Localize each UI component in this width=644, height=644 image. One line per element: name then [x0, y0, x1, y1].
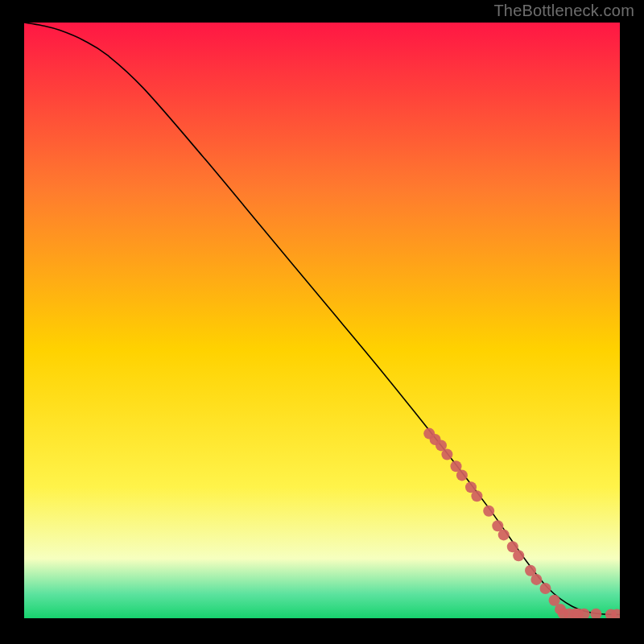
data-marker [540, 583, 551, 594]
data-marker [441, 449, 452, 460]
plot-area [24, 23, 620, 618]
data-marker [456, 469, 468, 481]
chart-svg [24, 23, 620, 618]
chart-frame: TheBottleneck.com [0, 0, 644, 644]
data-marker [471, 490, 482, 502]
watermark-text: TheBottleneck.com [493, 2, 634, 20]
gradient-background [24, 23, 620, 618]
data-marker [483, 506, 494, 517]
data-marker [498, 529, 510, 540]
data-marker [530, 574, 542, 585]
data-marker [513, 550, 524, 561]
